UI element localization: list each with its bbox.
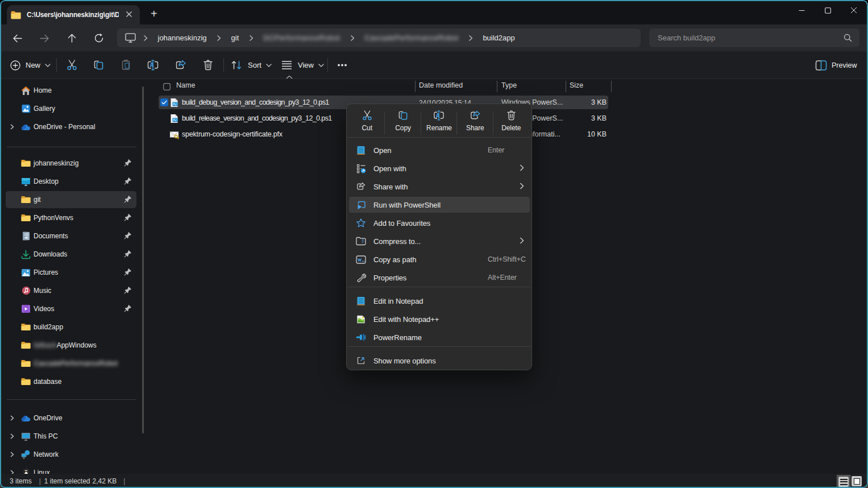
svg-text:A: A	[149, 61, 154, 68]
